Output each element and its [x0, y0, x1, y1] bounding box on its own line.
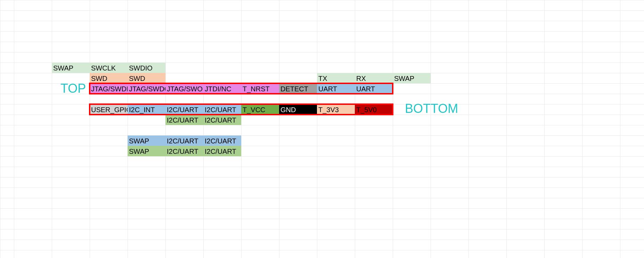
cell[interactable]: T_VCC: [241, 104, 279, 115]
cell[interactable]: I2C/UART: [165, 135, 203, 146]
cell[interactable]: I2C/UART: [203, 135, 241, 146]
cell[interactable]: JTDI/NC: [203, 83, 241, 94]
cell[interactable]: SWD: [128, 73, 165, 83]
cell[interactable]: DETECT: [279, 83, 317, 94]
cell[interactable]: GND: [279, 104, 317, 115]
cell[interactable]: SWAP: [128, 146, 165, 156]
cell[interactable]: JTAG/SWDCLK: [128, 83, 165, 94]
cell[interactable]: JTAG/SWO: [165, 83, 203, 94]
cell[interactable]: I2C/UART: [203, 104, 241, 115]
cell[interactable]: UART: [317, 83, 355, 94]
label-top: TOP: [60, 81, 86, 96]
cell[interactable]: T_5V0: [355, 104, 393, 115]
cell[interactable]: I2C/UART: [203, 115, 241, 125]
cell[interactable]: I2C/UART: [203, 146, 241, 156]
cell[interactable]: TX: [317, 73, 355, 83]
cell[interactable]: T_NRST: [241, 83, 279, 94]
cell[interactable]: SWCLK: [90, 63, 128, 73]
cell[interactable]: RX: [355, 73, 393, 83]
cell[interactable]: SWD: [90, 73, 128, 83]
cell[interactable]: SWDIO: [128, 63, 165, 73]
cell[interactable]: JTAG/SWDIO: [90, 83, 128, 94]
cell[interactable]: USER_GPIO: [90, 104, 128, 115]
cell[interactable]: I2C/UART: [165, 146, 203, 156]
cell[interactable]: SWAP: [393, 73, 431, 83]
cell[interactable]: I2C/UART: [165, 115, 203, 125]
cell[interactable]: SWAP: [128, 135, 165, 146]
cell[interactable]: I2C/UART: [165, 104, 203, 115]
cell[interactable]: UART: [355, 83, 393, 94]
cell[interactable]: I2C_INT: [128, 104, 165, 115]
cell[interactable]: T_3V3: [317, 104, 355, 115]
cell[interactable]: SWAP: [52, 63, 90, 73]
label-bottom: BOTTOM: [405, 101, 458, 116]
